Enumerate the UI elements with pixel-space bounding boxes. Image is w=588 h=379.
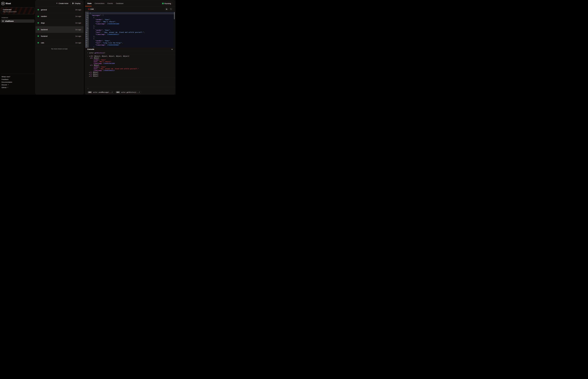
rpc-button-actor-gethistory-[interactable]: RPCactor.getHistory(...)	[115, 91, 141, 94]
expand-toggle-icon[interactable]: ▼	[90, 58, 91, 59]
logo-row: R Rivet	[1, 2, 35, 5]
editor-line: 6 "timestamp": 1764043991880	[85, 23, 175, 25]
console-prompt-row[interactable]	[85, 87, 175, 90]
console-line: ▼ 0: Object	[87, 57, 175, 59]
editor-scrollbar[interactable]	[174, 12, 175, 19]
external-link-icon: ↗	[8, 84, 9, 85]
line-number: 7	[86, 25, 87, 27]
editor-line: 9 "sender": "User",	[85, 29, 175, 31]
line-number: 10	[86, 31, 87, 33]
actor-last-active: 2m ago	[75, 9, 81, 11]
tab-events[interactable]: Events	[108, 2, 113, 4]
fold-toggle-icon[interactable]	[88, 15, 89, 16]
console-header[interactable]: Console	[85, 47, 175, 51]
connection-url: http://localhost:6420	[3, 11, 32, 13]
chevron-down-icon[interactable]	[171, 48, 173, 50]
expand-toggle-icon[interactable]: ▼	[90, 65, 91, 66]
inspector-header: StateConnectionsEventsDatabase Running	[85, 0, 175, 6]
expand-toggle-icon[interactable]: ▶	[89, 76, 90, 77]
console-line: ▶ 3: Object	[87, 73, 175, 75]
actor-row-cats[interactable]: cats1m ago	[35, 39, 83, 46]
line-number: 12	[86, 35, 87, 38]
editor-line: 11 "timestamp": 1764043995517	[85, 33, 175, 35]
editor-line: 2 "messages": [	[85, 14, 175, 16]
editor-line: 10 "text": " Nay, answer me. Stand and u…	[85, 31, 175, 33]
console-line: text: "Who’s there?"	[87, 61, 175, 63]
create-actor-button[interactable]: + Create Actor	[55, 1, 70, 5]
console-empty-area	[85, 78, 175, 87]
tab-database[interactable]: Database	[116, 2, 124, 4]
editor-line-number: 8	[85, 27, 89, 29]
state-code-editor[interactable]: 1{2 "messages": [3 {4 "sender": "User",5…	[85, 12, 175, 47]
expand-toggle-icon[interactable]: ▼	[89, 56, 90, 57]
expand-toggle-icon[interactable]: ▶	[89, 74, 90, 75]
reset-button[interactable]	[169, 8, 173, 11]
expand-toggle-icon[interactable]: ▶	[89, 72, 90, 73]
editor-line: 17 }	[85, 46, 175, 47]
footer-link-documentation[interactable]: Documentation	[0, 81, 35, 83]
editor-code: {	[89, 38, 175, 40]
fold-toggle-icon[interactable]	[88, 13, 89, 14]
line-number: 3	[87, 16, 87, 18]
tab-state[interactable]: State	[87, 2, 92, 4]
rpc-button-actor-sendmessage-[interactable]: RPCactor.sendMessage(...)	[87, 91, 114, 94]
undo-rotate-icon	[170, 8, 172, 10]
editor-code: "sender": "User",	[89, 29, 175, 31]
display-button[interactable]: Display	[71, 1, 82, 5]
actor-row-random[interactable]: random1m ago	[35, 13, 83, 20]
editor-line: 13 {	[85, 38, 175, 40]
status-badge[interactable]: Running	[161, 2, 173, 5]
sidebar-item-chatroom[interactable]: chatRoom	[1, 19, 34, 23]
editor-line-number: 1	[85, 12, 89, 14]
live-badge[interactable]: Live	[87, 8, 95, 11]
fold-toggle-icon[interactable]	[88, 28, 89, 29]
footer-link-discord[interactable]: Discord↗	[0, 83, 35, 86]
editor-line-number: 3	[85, 16, 89, 18]
actor-name: backend	[41, 29, 75, 31]
line-number: 13	[86, 38, 87, 40]
fold-toggle-icon[interactable]	[88, 17, 89, 18]
console-line: timestamp: 1764043991880	[87, 63, 175, 64]
console-line: ▼ 1: Object	[87, 64, 175, 66]
footer-link-github[interactable]: GitHub↗	[0, 86, 35, 89]
rpc-shortcut-row: RPCactor.sendMessage(...)RPCactor.getHis…	[85, 90, 175, 94]
editor-line-number: 10	[85, 31, 89, 33]
editor-line-number: 14	[85, 40, 89, 42]
save-button[interactable]	[165, 8, 168, 11]
running-dot-icon	[162, 3, 163, 4]
rpc-call-label: actor.getHistory(...)	[121, 91, 140, 93]
line-number: 8	[87, 27, 87, 29]
editor-line-number: 4	[85, 18, 89, 21]
actor-row-frontend[interactable]: frontend1m ago	[35, 33, 83, 39]
sidebar: R Rivet Connected http://localhost:6420 …	[0, 0, 35, 95]
connection-card: Connected http://localhost:6420	[1, 7, 34, 14]
tab-connections[interactable]: Connections	[95, 2, 104, 4]
editor-line-number: 13	[85, 38, 89, 40]
sliders-icon	[72, 2, 74, 4]
connection-status: Connected	[3, 9, 32, 11]
footer-link-whats-new-[interactable]: Whats new?	[0, 75, 35, 78]
editor-line-number: 12	[85, 35, 89, 38]
actor-row-backend[interactable]: backend1m ago	[35, 26, 83, 33]
line-number: 14	[86, 40, 87, 42]
editor-line-number: 11	[85, 33, 89, 35]
editor-line-number: 9	[85, 29, 89, 31]
footer-links: Whats new?FeedbackDocumentationDiscord↗G…	[0, 75, 35, 89]
editor-line-number: 2	[85, 14, 89, 16]
status-dot-icon	[38, 29, 39, 30]
line-number: 16	[86, 44, 87, 46]
footer-link-label: GitHub	[1, 87, 6, 88]
status-dot-icon	[38, 22, 39, 24]
actor-row-dogs[interactable]: dogs1m ago	[35, 20, 83, 26]
footer-link-feedback[interactable]: Feedback	[0, 78, 35, 81]
editor-code: "messages": [	[89, 14, 175, 16]
editor-actions	[165, 8, 173, 11]
actor-row-general[interactable]: general2m ago	[35, 6, 83, 13]
editor-line: 15 "text": "Long live the King!",	[85, 42, 175, 44]
fold-toggle-icon[interactable]	[88, 38, 89, 39]
prompt-chevron-icon	[87, 88, 88, 89]
editor-line: 12 },	[85, 35, 175, 38]
editor-line-number: 16	[85, 44, 89, 46]
editor-code: "timestamp": 1764043999867	[89, 44, 175, 46]
logo-text: Rivet	[6, 2, 11, 5]
